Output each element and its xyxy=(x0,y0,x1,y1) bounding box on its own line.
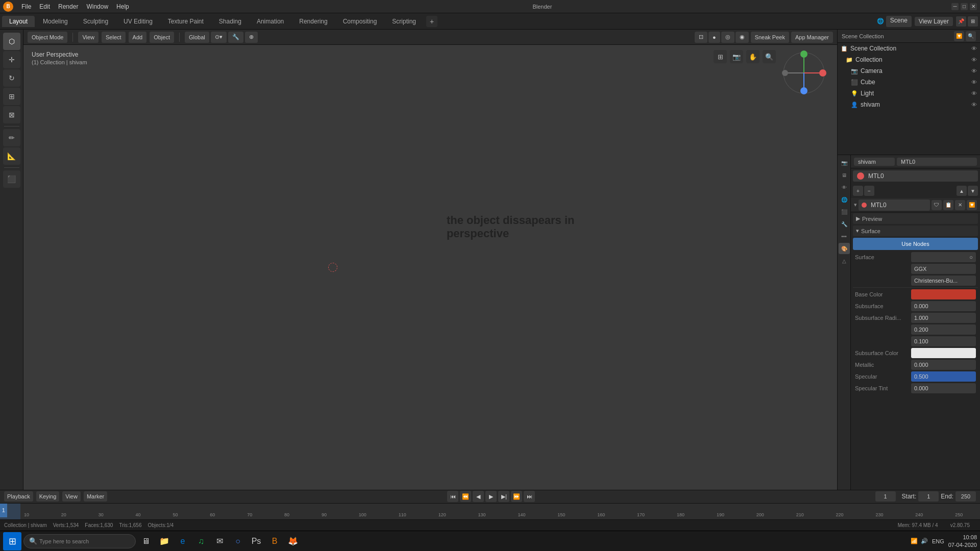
props-tab-modifier[interactable]: 🔧 xyxy=(839,218,850,230)
view-camera-icon[interactable]: 📷 xyxy=(730,50,743,63)
network-icon[interactable]: 📶 xyxy=(911,538,918,544)
mtl0-name-row[interactable]: MTL0 xyxy=(859,199,930,211)
file-explorer-icon[interactable]: 📁 xyxy=(156,533,173,549)
subsurface-radi-value-3[interactable]: 0.100 xyxy=(911,336,976,346)
props-tab-world[interactable]: 🌐 xyxy=(839,194,850,205)
task-manager-icon[interactable]: 🖥 xyxy=(138,533,154,549)
minimize-button[interactable]: ─ xyxy=(951,3,959,10)
surface-type-value[interactable]: ○ xyxy=(911,252,976,262)
view-menu[interactable]: View xyxy=(62,491,81,502)
transform-dropdown[interactable]: Global xyxy=(185,32,209,43)
material-list-item[interactable]: MTL0 xyxy=(853,170,978,182)
marker-menu[interactable]: Marker xyxy=(84,491,107,502)
tab-texture-paint[interactable]: Texture Paint xyxy=(161,16,211,27)
pivot-dropdown[interactable]: ⊙▾ xyxy=(211,32,227,43)
chrome-icon[interactable]: ○ xyxy=(230,533,246,549)
props-tab-data[interactable]: △ xyxy=(839,255,850,266)
view-layer-button[interactable]: View Layer xyxy=(915,17,953,26)
blender-icon[interactable]: B xyxy=(266,533,283,549)
menu-file[interactable]: File xyxy=(17,2,35,11)
volume-icon[interactable]: 🔊 xyxy=(921,538,928,544)
taskbar-search-bar[interactable]: 🔍 Type here to search xyxy=(23,534,136,548)
mtl0-expand[interactable]: ▾ xyxy=(854,202,857,208)
snap-btn[interactable]: 🔧 xyxy=(228,32,243,43)
use-nodes-button[interactable]: Use Nodes xyxy=(853,238,978,250)
maximize-button[interactable]: □ xyxy=(961,3,968,10)
outliner-search-icon[interactable]: 🔍 xyxy=(966,31,976,41)
tool-rotate[interactable]: ↻ xyxy=(3,69,20,87)
subsurface-radi-value-2[interactable]: 0.200 xyxy=(911,324,976,335)
scene-selector[interactable]: Scene xyxy=(886,16,912,27)
outliner-shivam[interactable]: 👤 shivam 👁 xyxy=(838,99,980,110)
outliner-eye-collection[interactable]: 👁 xyxy=(971,57,977,63)
outliner-cube[interactable]: ⬛ Cube 👁 xyxy=(838,77,980,88)
tab-animation[interactable]: Animation xyxy=(250,16,291,27)
subsurface-color-value[interactable] xyxy=(911,348,976,358)
menu-window[interactable]: Window xyxy=(82,2,112,11)
frame-end-input[interactable]: 250 xyxy=(955,491,976,502)
firefox-icon[interactable]: 🦊 xyxy=(285,533,301,549)
view-zoom-icon[interactable]: 🔍 xyxy=(763,50,776,63)
viewport-shading-rendered[interactable]: ◎ xyxy=(721,32,734,43)
props-tab-render[interactable]: 📷 xyxy=(839,157,850,168)
tab-compositing[interactable]: Compositing xyxy=(336,16,384,27)
outliner-eye-scene[interactable]: 👁 xyxy=(971,45,977,52)
material-remove-slot[interactable]: − xyxy=(864,186,874,196)
timeline-ruler[interactable]: 1 10 20 30 40 50 60 70 80 90 100 110 120… xyxy=(0,504,980,519)
specular-value[interactable]: 0.500 xyxy=(911,371,976,382)
material-down-btn[interactable]: ▼ xyxy=(968,186,978,196)
tab-layout[interactable]: Layout xyxy=(2,16,35,27)
spotify-icon[interactable]: ♫ xyxy=(193,533,209,549)
metallic-value[interactable]: 0.000 xyxy=(911,360,976,370)
viewport-shading-solid[interactable]: ● xyxy=(708,32,720,43)
props-tab-particles[interactable]: ••• xyxy=(839,231,850,242)
tab-scripting[interactable]: Scripting xyxy=(385,16,423,27)
subsurface-radi-value-1[interactable]: 1.000 xyxy=(911,313,976,323)
sneak-peek-btn[interactable]: Sneak Peek xyxy=(751,32,789,43)
preview-section[interactable]: ▶Preview xyxy=(853,213,978,224)
photoshop-icon[interactable]: Ps xyxy=(248,533,264,549)
material-mtl-name[interactable]: MTL0 xyxy=(897,158,977,166)
mtl0-copy-icon[interactable]: 📋 xyxy=(943,200,953,210)
christensen-value[interactable]: Christensen-Bu... xyxy=(911,276,976,286)
add-workspace-button[interactable]: + xyxy=(426,16,437,27)
outliner-eye-light[interactable]: 👁 xyxy=(971,90,977,96)
outliner-eye-cube[interactable]: 👁 xyxy=(971,79,977,85)
outliner-eye-camera[interactable]: 👁 xyxy=(971,68,977,74)
next-keyframe-button[interactable]: ⏩ xyxy=(511,491,522,502)
base-color-value[interactable] xyxy=(911,289,976,299)
tool-move[interactable]: ✛ xyxy=(3,51,20,68)
tool-add-cube[interactable]: ⬛ xyxy=(3,170,20,188)
menu-edit[interactable]: Edit xyxy=(35,2,54,11)
tab-sculpting[interactable]: Sculpting xyxy=(76,16,115,27)
props-tab-output[interactable]: 🖥 xyxy=(839,169,850,181)
view-grab-icon[interactable]: ✋ xyxy=(746,50,760,63)
outliner-collection[interactable]: 📁 Collection 👁 xyxy=(838,54,980,65)
material-up-btn[interactable]: ▲ xyxy=(957,186,967,196)
view-grid-icon[interactable]: ⊞ xyxy=(714,50,727,63)
prev-keyframe-button[interactable]: ⏪ xyxy=(460,491,471,502)
viewport-canvas[interactable]: User Perspective (1) Collection | shivam xyxy=(23,45,837,490)
props-tab-view[interactable]: 👁 xyxy=(839,182,850,193)
viewport-shading-wire[interactable]: ⊡ xyxy=(695,32,707,43)
mtl0-filter-icon[interactable]: 🔽 xyxy=(967,200,977,210)
tab-modeling[interactable]: Modeling xyxy=(36,16,75,27)
outliner-eye-shivam[interactable]: 👁 xyxy=(971,102,977,108)
props-tab-object[interactable]: ⬛ xyxy=(839,206,850,217)
surface-section[interactable]: ▾Surface xyxy=(853,226,978,236)
specular-tint-value[interactable]: 0.000 xyxy=(911,383,976,393)
tab-rendering[interactable]: Rendering xyxy=(292,16,334,27)
viewport-object-menu[interactable]: Object xyxy=(150,32,174,43)
material-object-name[interactable]: shivam xyxy=(854,158,895,166)
close-button[interactable]: ✕ xyxy=(970,3,977,10)
menu-help[interactable]: Help xyxy=(112,2,133,11)
ggx-value[interactable]: GGX xyxy=(911,264,976,274)
windows-start-button[interactable]: ⊞ xyxy=(3,532,21,550)
keying-menu[interactable]: Keying xyxy=(36,491,60,502)
viewport-shading-material[interactable]: ◉ xyxy=(736,32,749,43)
jump-start-button[interactable]: ⏮ xyxy=(447,491,458,502)
current-frame-input[interactable]: 1 xyxy=(875,491,896,502)
mail-icon[interactable]: ✉ xyxy=(211,533,228,549)
tool-select[interactable]: ⬡ xyxy=(3,33,20,50)
tool-scale[interactable]: ⊞ xyxy=(3,88,20,105)
